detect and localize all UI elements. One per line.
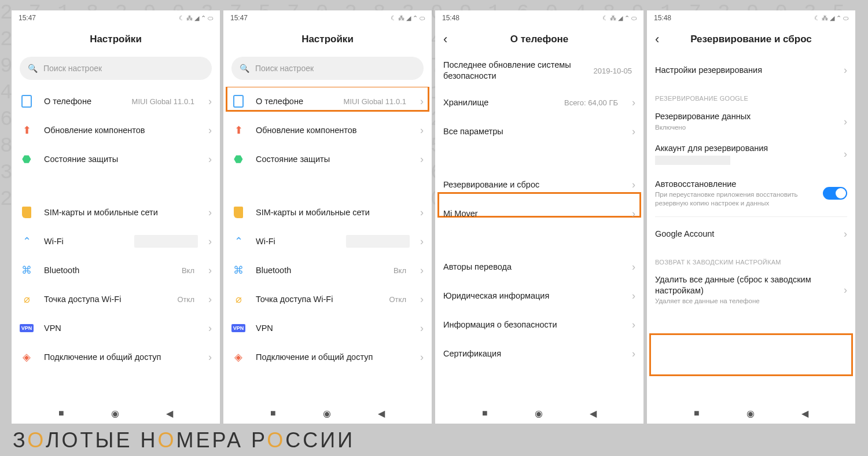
nav-back-icon[interactable]: ◀	[166, 408, 173, 419]
nav-recent-icon[interactable]: ■	[58, 408, 64, 418]
nav-home-icon[interactable]: ◉	[746, 408, 755, 419]
bluetooth-icon: ⌘	[20, 263, 34, 277]
search-placeholder: Поиск настроек	[255, 64, 314, 73]
label: Последнее обновление системы безопасност…	[443, 60, 583, 82]
row-about-phone[interactable]: О телефоне MIUI Global 11.0.1 ›	[12, 87, 220, 116]
row-vpn[interactable]: VPNVPN›	[223, 314, 432, 343]
row-components[interactable]: ⬆ Обновление компонентов ›	[223, 116, 432, 145]
row-hotspot[interactable]: ⌀Точка доступа Wi-FiОткл›	[223, 285, 432, 314]
row-data-backup[interactable]: Резервирование данных Включено ›	[647, 105, 855, 138]
nav-back-icon[interactable]: ◀	[801, 408, 808, 419]
value: Откл	[389, 295, 407, 304]
row-security-info[interactable]: Информация о безопасности›	[435, 310, 643, 339]
nav-recent-icon[interactable]: ■	[270, 408, 276, 418]
chevron-icon: ›	[844, 284, 847, 296]
row-mi-mover[interactable]: Mi Mover ›	[435, 199, 643, 228]
label: Удалить все данные (сброс к заводским на…	[655, 274, 833, 296]
chevron-icon: ›	[632, 208, 635, 220]
nav-home-icon[interactable]: ◉	[323, 408, 331, 419]
nav-home-icon[interactable]: ◉	[535, 408, 543, 419]
navigation-bar: ■◉◀	[435, 403, 643, 424]
header: ‹ Резервирование и сброс	[647, 25, 855, 53]
sublabel: Удаляет все данные на телефоне	[655, 297, 833, 306]
page-title: Настройки	[90, 34, 142, 45]
row-hotspot[interactable]: ⌀ Точка доступа Wi-Fi Откл ›	[12, 285, 220, 314]
label: Google Account	[655, 229, 833, 240]
row-erase-all[interactable]: Удалить все данные (сброс к заводским на…	[647, 269, 855, 311]
about-list: Последнее обновление системы безопасност…	[435, 53, 643, 403]
row-backup-reset[interactable]: Резервирование и сброс ›	[435, 170, 643, 199]
row-backup-settings[interactable]: Настройки резервирования ›	[647, 53, 855, 87]
status-bar: 15:47 ☾ ⁂ ◢ ⌃ ⬭	[12, 10, 220, 25]
label: Обновление компонентов	[256, 125, 410, 136]
chevron-icon: ›	[844, 148, 847, 160]
chevron-icon: ›	[420, 322, 424, 334]
shield-icon: ⬣	[231, 152, 245, 166]
back-button[interactable]: ‹	[443, 32, 447, 47]
row-security-status[interactable]: ⬣ Состояние защиты ›	[12, 145, 220, 174]
row-bluetooth[interactable]: ⌘ Bluetooth Вкл ›	[12, 256, 220, 285]
row-translators[interactable]: Авторы перевода›	[435, 252, 643, 281]
bt-icon: ⁂	[186, 14, 193, 22]
row-vpn[interactable]: VPN VPN ›	[12, 314, 220, 343]
row-all-params[interactable]: Все параметры ›	[435, 117, 643, 146]
backup-list: Настройки резервирования › РЕЗЕРВИРОВАНИ…	[647, 53, 855, 403]
chevron-icon: ›	[208, 124, 212, 137]
vpn-icon: VPN	[20, 321, 34, 335]
row-storage[interactable]: Хранилище Всего: 64,00 ГБ ›	[435, 88, 643, 117]
label: Резервирование данных	[655, 111, 833, 122]
label: Хранилище	[443, 97, 554, 108]
settings-list: О телефоне MIUI Global 11.0.1 › ⬆ Обновл…	[223, 87, 432, 403]
row-wifi[interactable]: ⌃Wi-Fi›	[223, 227, 432, 256]
chevron-icon: ›	[632, 319, 635, 331]
label: Mi Mover	[443, 208, 621, 219]
nav-recent-icon[interactable]: ■	[694, 408, 700, 418]
brand-watermark: ЗОЛОТЫЕ НОМЕРА РОССИИ	[13, 428, 355, 453]
header: Настройки	[223, 25, 432, 53]
phone-row: 15:47 ☾ ⁂ ◢ ⌃ ⬭ Настройки 🔍 Поиск настро…	[0, 0, 868, 424]
search-input[interactable]: 🔍 Поиск настроек	[231, 57, 424, 80]
nav-back-icon[interactable]: ◀	[378, 408, 385, 419]
wifi-icon: ⌃	[201, 14, 206, 22]
chevron-icon: ›	[420, 95, 424, 108]
auto-restore-toggle[interactable]	[823, 187, 847, 200]
sublabel: При переустановке приложения восстановит…	[655, 190, 812, 208]
battery-icon: ⬭	[208, 14, 213, 22]
nav-home-icon[interactable]: ◉	[111, 408, 119, 419]
header: ‹ О телефоне	[435, 25, 643, 53]
row-about-phone[interactable]: О телефоне MIUI Global 11.0.1 ›	[223, 87, 432, 116]
row-sim[interactable]: SIM-карты и мобильные сети ›	[12, 198, 220, 227]
row-sim[interactable]: SIM-карты и мобильные сети›	[223, 198, 432, 227]
label: Аккаунт для резервирования	[655, 143, 833, 154]
row-bluetooth[interactable]: ⌘BluetoothВкл›	[223, 256, 432, 285]
row-share[interactable]: ◈ Подключение и общий доступ ›	[12, 343, 220, 372]
header: Настройки	[12, 25, 220, 53]
arrow-up-icon: ⬆	[231, 123, 245, 137]
wifi-value-blank	[134, 235, 198, 248]
row-share[interactable]: ◈Подключение и общий доступ›	[223, 343, 432, 372]
row-certification[interactable]: Сертификация›	[435, 339, 643, 368]
row-auto-restore[interactable]: Автовосстановление При переустановке при…	[647, 170, 855, 216]
page-title: Настройки	[301, 34, 354, 45]
highlight-erase-all	[649, 333, 853, 376]
search-input[interactable]: 🔍 Поиск настроек	[20, 57, 212, 80]
page-title: О телефоне	[510, 34, 569, 45]
row-wifi[interactable]: ⌃ Wi-Fi ›	[12, 227, 220, 256]
row-backup-account[interactable]: Аккаунт для резервирования ›	[647, 138, 855, 170]
nav-back-icon[interactable]: ◀	[590, 408, 597, 419]
row-security-status[interactable]: ⬣ Состояние защиты ›	[223, 145, 432, 174]
chevron-icon: ›	[632, 348, 635, 360]
label: Подключение и общий доступ	[256, 352, 410, 363]
row-google-account[interactable]: Google Account ›	[647, 217, 855, 251]
nav-recent-icon[interactable]: ■	[482, 408, 488, 418]
row-security-update[interactable]: Последнее обновление системы безопасност…	[435, 53, 643, 88]
search-icon: 🔍	[28, 64, 38, 73]
back-button[interactable]: ‹	[655, 32, 659, 47]
label: VPN	[44, 323, 198, 334]
row-components[interactable]: ⬆ Обновление компонентов ›	[12, 116, 220, 145]
phone-icon	[231, 94, 245, 108]
label: Автовосстановление	[655, 179, 812, 190]
chevron-icon: ›	[420, 124, 424, 137]
row-legal[interactable]: Юридическая информация›	[435, 281, 643, 310]
status-icons: ☾ ⁂ ◢ ⌃ ⬭	[179, 14, 213, 22]
